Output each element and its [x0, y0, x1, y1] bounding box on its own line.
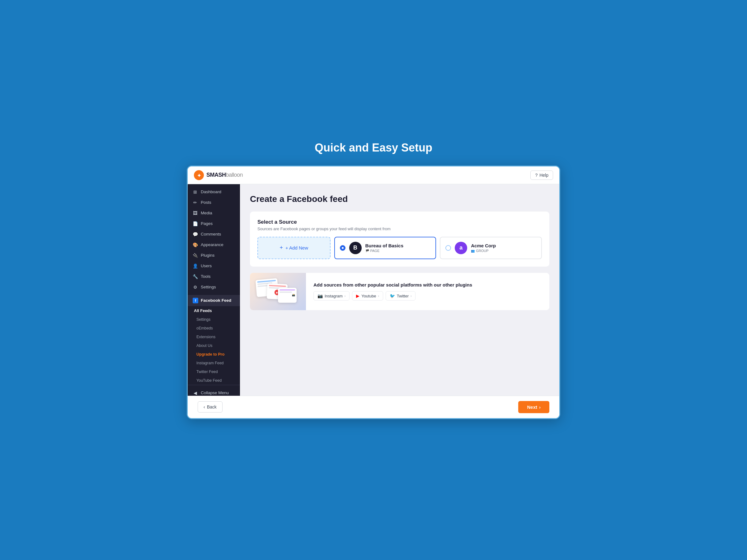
collapse-icon: ◀	[193, 391, 198, 395]
sidebar-item-media[interactable]: 🖼 Media	[188, 208, 240, 218]
sidebar-item-comments[interactable]: 💬 Comments	[188, 229, 240, 240]
add-new-button[interactable]: + + Add New	[257, 237, 331, 259]
tools-icon: 🔧	[193, 274, 198, 279]
content-area: Create a Facebook feed Select a Source S…	[240, 184, 559, 396]
youtube-chevron-icon: ›	[378, 294, 379, 298]
source-options: + + Add New B Bureau of Basics 🏴	[257, 237, 542, 259]
source-option-acme[interactable]: a Acme Corp 👥 GROUP	[440, 237, 542, 259]
twitter-icon: 🐦	[390, 293, 395, 298]
sidebar-item-dashboard[interactable]: ⊞ Dashboard	[188, 187, 240, 197]
back-chevron-icon: ‹	[204, 404, 205, 409]
source-option-bureau[interactable]: B Bureau of Basics 🏴 PAGE	[334, 237, 436, 259]
source-info-acme: Acme Corp 👥 GROUP	[471, 243, 496, 252]
youtube-plugin-button[interactable]: ▶ Youtube ›	[352, 291, 383, 300]
source-avatar-bureau: B	[349, 242, 362, 254]
mock-card-3: 📸	[278, 288, 297, 303]
logo-text: SMASHballoon	[206, 172, 243, 178]
sidebar-sub-settings[interactable]: Settings	[188, 315, 240, 324]
appearance-icon: 🎨	[193, 242, 198, 247]
plugins-icon: 🔌	[193, 253, 198, 258]
main-layout: ⊞ Dashboard ✏ Posts 🖼 Media 📄 Pages 💬 Co…	[188, 184, 559, 396]
page-heading: Create a Facebook feed	[250, 194, 549, 204]
top-bar: ✦ SMASHballoon ? Help	[188, 166, 559, 184]
source-title: Select a Source	[257, 219, 542, 225]
instagram-chevron-icon: ›	[344, 294, 345, 298]
instagram-plugin-button[interactable]: 📷 Instagram ›	[313, 291, 350, 300]
next-chevron-icon: ›	[539, 404, 541, 410]
source-card: Select a Source Sources are Facebook pag…	[250, 212, 549, 267]
page-type-icon: 🏴	[365, 249, 369, 252]
plugins-content: Add sources from other popular social pl…	[313, 276, 549, 307]
sidebar-item-posts[interactable]: ✏ Posts	[188, 197, 240, 208]
sidebar-bottom: ◀ Collapse Menu	[188, 385, 240, 401]
posts-icon: ✏	[193, 200, 198, 205]
page-title: Quick and Easy Setup	[315, 141, 432, 154]
users-icon: 👤	[193, 264, 198, 268]
sidebar-item-pages[interactable]: 📄 Pages	[188, 218, 240, 229]
smash-balloon-logo-icon: ✦	[194, 170, 204, 180]
sidebar-collapse-menu[interactable]: ◀ Collapse Menu	[188, 388, 240, 398]
twitter-chevron-icon: ›	[411, 294, 411, 298]
facebook-icon: f	[193, 298, 198, 303]
sidebar-sub-extensions[interactable]: Extensions	[188, 332, 240, 341]
settings-icon: ⚙	[193, 285, 198, 290]
youtube-icon: ▶	[356, 293, 360, 298]
source-radio-bureau	[340, 245, 345, 251]
sidebar-facebook-feed[interactable]: f Facebook Feed	[188, 295, 240, 306]
sidebar-item-settings[interactable]: ⚙ Settings	[188, 282, 240, 292]
plugins-illustration: 🐦 ▶	[250, 273, 306, 310]
source-info-bureau: Bureau of Basics 🏴 PAGE	[365, 243, 404, 252]
sidebar-sub-about-us[interactable]: About Us	[188, 341, 240, 350]
twitter-plugin-button[interactable]: 🐦 Twitter ›	[386, 291, 416, 300]
source-avatar-acme: a	[455, 242, 467, 254]
help-button[interactable]: ? Help	[531, 170, 553, 180]
browser-frame: ✦ SMASHballoon ? Help ⊞ Dashboard ✏ Post…	[187, 165, 560, 419]
media-icon: 🖼	[193, 211, 198, 216]
sidebar-all-feeds[interactable]: All Feeds	[188, 306, 240, 315]
plus-icon: +	[280, 244, 283, 251]
pages-icon: 📄	[193, 221, 198, 226]
sidebar-item-plugins[interactable]: 🔌 Plugins	[188, 250, 240, 261]
logo-area: ✦ SMASHballoon	[194, 170, 243, 180]
plugins-text: Add sources from other popular social pl…	[313, 282, 543, 288]
group-type-icon: 👥	[471, 249, 475, 252]
sidebar-item-tools[interactable]: 🔧 Tools	[188, 271, 240, 282]
plugin-buttons: 📷 Instagram › ▶ Youtube › 🐦 Twitter	[313, 291, 543, 300]
source-radio-acme	[445, 245, 451, 251]
instagram-icon: 📷	[317, 293, 323, 298]
sidebar-item-users[interactable]: 👤 Users	[188, 261, 240, 271]
comments-icon: 💬	[193, 232, 198, 237]
sidebar-item-appearance[interactable]: 🎨 Appearance	[188, 240, 240, 250]
plugins-card: 🐦 ▶	[250, 273, 549, 310]
help-icon: ?	[535, 173, 538, 178]
sidebar-instagram-feed[interactable]: Instagram Feed	[188, 359, 240, 367]
sidebar-youtube-feed[interactable]: YouTube Feed	[188, 376, 240, 385]
footer-bar: ‹ Back Next ›	[188, 396, 559, 418]
sidebar: ⊞ Dashboard ✏ Posts 🖼 Media 📄 Pages 💬 Co…	[188, 184, 240, 396]
next-button[interactable]: Next ›	[518, 401, 549, 413]
svg-text:✦: ✦	[197, 173, 201, 178]
dashboard-icon: ⊞	[193, 189, 198, 194]
sidebar-upgrade-to-pro[interactable]: Upgrade to Pro	[188, 350, 240, 359]
sidebar-twitter-feed[interactable]: Twitter Feed	[188, 367, 240, 376]
source-description: Sources are Facebook pages or groups you…	[257, 226, 542, 231]
back-button[interactable]: ‹ Back	[198, 401, 223, 412]
sidebar-sub-oembeds[interactable]: oEmbeds	[188, 324, 240, 332]
